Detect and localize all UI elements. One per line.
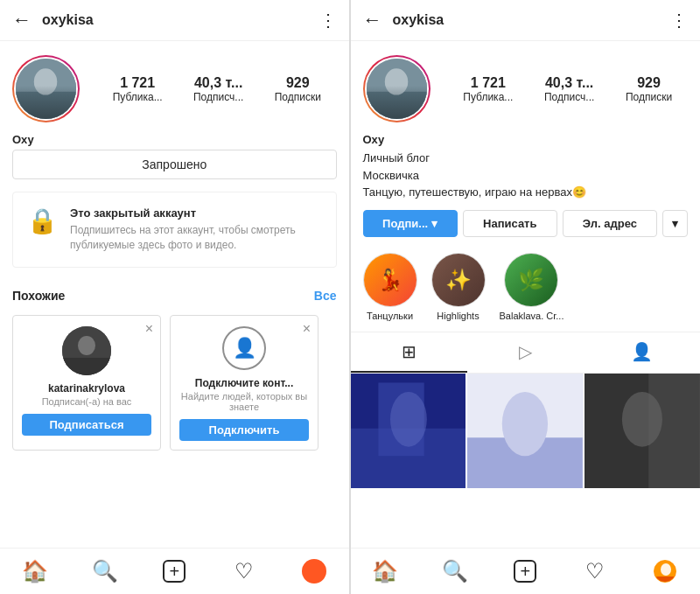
card-name-1: Подключите конт...	[195, 377, 293, 389]
email-button[interactable]: Эл. адрес	[563, 210, 657, 237]
profile-dot-left	[302, 559, 326, 584]
follow-label: Подпи...	[382, 217, 428, 230]
avatar-right[interactable]	[363, 55, 430, 122]
nav-add-right[interactable]: +	[490, 554, 560, 589]
following-label-right: Подписки	[626, 91, 672, 103]
follow-dropdown-icon: ▾	[431, 217, 438, 230]
profile-section-left: 1 721 Публика... 40,3 т... Подписч... 92…	[0, 41, 349, 133]
stat-following-left[interactable]: 929 Подписки	[275, 75, 321, 103]
grid-cell-0[interactable]	[351, 374, 466, 489]
stat-posts-left[interactable]: 1 721 Публика...	[113, 75, 163, 103]
similar-card-1: × 👤 Подключите конт... Найдите людей, ко…	[170, 315, 318, 451]
similar-cards: × katarinakrylova Подписан(-а) на вас По…	[0, 310, 349, 456]
locked-text: Это закрытый аккаунт Подпишитесь на этот…	[70, 206, 322, 253]
stats-row-left: 1 721 Публика... 40,3 т... Подписч... 92…	[97, 75, 337, 103]
stats-row-right: 1 721 Публика... 40,3 т... Подписч... 92…	[448, 75, 689, 103]
similar-all-link[interactable]: Все	[314, 289, 337, 303]
posts-count-left: 1 721	[120, 75, 155, 91]
similar-title: Похожие	[12, 289, 65, 303]
nav-home-right[interactable]: 🏠	[351, 554, 421, 589]
highlight-2[interactable]: 🌿 Balaklava. Cr...	[500, 253, 564, 321]
card-avatar-icon-1: 👤	[222, 326, 266, 370]
action-buttons: Подпи... ▾ Написать Эл. адрес ▾	[351, 201, 701, 246]
followers-label-right: Подписч...	[544, 91, 594, 103]
svg-point-8	[384, 68, 407, 94]
profile-section-right: 1 721 Публика... 40,3 т... Подписч... 92…	[351, 41, 701, 133]
following-count-right: 929	[637, 75, 661, 91]
right-panel: ← oxykisa ⋮ 1 721 Публика...	[351, 0, 701, 594]
highlight-0[interactable]: 💃 Танцульки	[363, 253, 417, 321]
highlights-row: 💃 Танцульки ✨ Highlights 🌿 Balaklava. Cr…	[351, 246, 701, 332]
more-options-left[interactable]: ⋮	[319, 10, 337, 31]
card-name-0: katarinakrylova	[48, 382, 125, 395]
profile-bio: Личный блог Москвичка Танцую, путешеству…	[351, 150, 701, 201]
tab-tagged[interactable]: 👤	[584, 332, 700, 373]
stat-following-right[interactable]: 929 Подписки	[626, 75, 672, 103]
nav-search-left[interactable]: 🔍	[70, 554, 140, 589]
svg-rect-0	[16, 59, 76, 119]
stat-followers-left[interactable]: 40,3 т... Подписч...	[193, 75, 243, 103]
posts-label-right: Публика...	[463, 91, 513, 103]
followers-count-right: 40,3 т...	[545, 75, 593, 91]
left-header: ← oxykisa ⋮	[0, 0, 349, 41]
more-icon: ▾	[672, 217, 678, 230]
nav-add-left[interactable]: +	[139, 554, 209, 589]
card-follow-btn-1[interactable]: Подключить	[179, 419, 309, 441]
message-label: Написать	[483, 217, 536, 230]
card-sub-1: Найдите людей, которых вы знаете	[179, 391, 309, 412]
more-button[interactable]: ▾	[662, 210, 688, 237]
highlight-label-2: Balaklava. Cr...	[500, 311, 564, 321]
avatar-left[interactable]	[12, 55, 80, 122]
locked-account-box: 🔒 Это закрытый аккаунт Подпишитесь на эт…	[12, 192, 337, 268]
video-icon: ▷	[519, 341, 532, 362]
tab-video[interactable]: ▷	[467, 332, 584, 373]
bio-line3: Танцую, путешествую, играю на нервах😊	[363, 184, 689, 201]
username-left: oxykisa	[42, 12, 319, 28]
svg-rect-7	[367, 92, 427, 119]
back-button-right[interactable]: ←	[363, 9, 382, 31]
grid-icon: ⊞	[402, 341, 416, 362]
bio-line1: Личный блог	[363, 150, 689, 167]
card-follow-btn-0[interactable]: Подписаться	[22, 414, 151, 436]
svg-point-15	[502, 391, 548, 455]
following-count-left: 929	[286, 75, 310, 91]
follow-button[interactable]: Подпи... ▾	[363, 210, 458, 237]
tab-grid[interactable]: ⊞	[351, 332, 467, 373]
similar-card-0: × katarinakrylova Подписан(-а) на вас По…	[12, 315, 161, 451]
nav-likes-left[interactable]: ♡	[209, 554, 279, 589]
nav-home-left[interactable]: 🏠	[0, 554, 70, 589]
card-close-0[interactable]: ×	[145, 321, 153, 337]
grid-cell-2[interactable]	[584, 374, 700, 489]
card-close-1[interactable]: ×	[303, 321, 311, 337]
nav-search-right[interactable]: 🔍	[420, 554, 490, 589]
svg-rect-5	[62, 358, 111, 375]
bio-line2: Москвичка	[363, 167, 689, 185]
highlight-circle-2: 🌿	[504, 253, 558, 307]
message-button[interactable]: Написать	[463, 210, 557, 237]
more-options-right[interactable]: ⋮	[670, 10, 688, 31]
followers-count-left: 40,3 т...	[194, 75, 242, 91]
svg-rect-21	[654, 577, 676, 583]
email-label: Эл. адрес	[583, 217, 637, 230]
photo-grid	[351, 374, 701, 549]
add-icon-right: +	[514, 560, 536, 583]
stat-followers-right[interactable]: 40,3 т... Подписч...	[544, 75, 594, 103]
back-button-left[interactable]: ←	[12, 9, 32, 31]
svg-point-12	[389, 391, 426, 446]
following-label-left: Подписки	[275, 91, 321, 103]
card-sub-0: Подписан(-а) на вас	[42, 396, 132, 407]
profile-avatar-right	[654, 560, 676, 583]
nav-likes-right[interactable]: ♡	[560, 554, 630, 589]
svg-point-18	[622, 391, 662, 446]
grid-cell-1[interactable]	[467, 374, 583, 489]
nav-profile-right[interactable]	[630, 554, 700, 589]
followers-label-left: Подписч...	[193, 91, 243, 103]
bottom-nav-right: 🏠 🔍 + ♡	[351, 548, 701, 594]
left-panel: ← oxykisa ⋮ 1 721 Публика...	[0, 0, 350, 594]
nav-profile-left[interactable]	[279, 554, 349, 589]
svg-point-20	[661, 563, 671, 576]
highlight-1[interactable]: ✨ Highlights	[431, 253, 486, 321]
requested-button[interactable]: Запрошено	[12, 150, 337, 179]
stat-posts-right[interactable]: 1 721 Публика...	[463, 75, 513, 103]
highlight-circle-1: ✨	[431, 253, 486, 307]
